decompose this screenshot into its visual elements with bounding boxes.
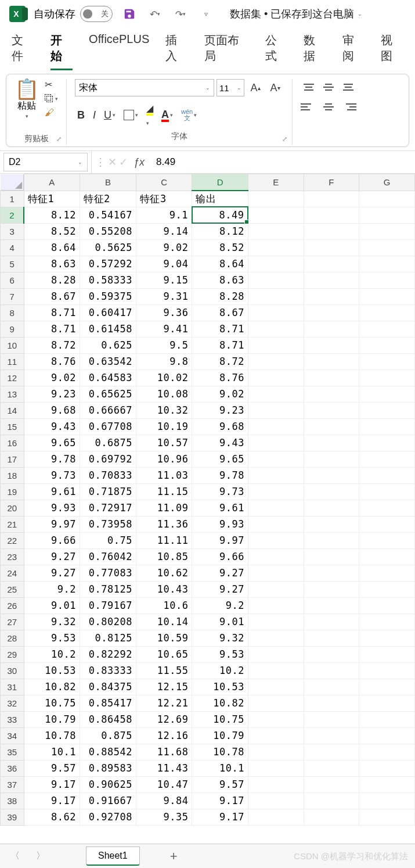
cell[interactable]: 0.64583 (80, 370, 136, 386)
cell[interactable] (359, 597, 415, 614)
cell[interactable] (248, 386, 304, 402)
row-header-21[interactable]: 21 (1, 516, 24, 532)
cell[interactable]: 9.43 (24, 418, 80, 435)
cell[interactable] (248, 256, 304, 272)
cell[interactable]: 输出 (192, 191, 248, 207)
row-header-3[interactable]: 3 (1, 223, 24, 239)
cell[interactable] (304, 614, 359, 630)
cell[interactable] (248, 435, 304, 451)
cell[interactable]: 0.83333 (80, 662, 136, 679)
cell[interactable] (248, 548, 304, 565)
row-header-24[interactable]: 24 (1, 565, 24, 581)
cell[interactable] (304, 288, 359, 304)
cell[interactable]: 特征1 (24, 191, 80, 207)
cell[interactable]: 0.66667 (80, 402, 136, 418)
cell[interactable]: 0.59375 (80, 288, 136, 304)
row-header-14[interactable]: 14 (1, 402, 24, 418)
cell[interactable] (248, 304, 304, 321)
cell[interactable] (248, 597, 304, 614)
cell[interactable] (359, 744, 415, 760)
cell[interactable]: 9.27 (24, 565, 80, 581)
cell[interactable]: 8.52 (192, 239, 248, 256)
cell[interactable] (304, 483, 359, 500)
cell[interactable] (359, 256, 415, 272)
row-header-35[interactable]: 35 (1, 744, 24, 760)
clipboard-launcher[interactable]: ⤢ (56, 135, 62, 143)
row-header-33[interactable]: 33 (1, 711, 24, 727)
row-header-4[interactable]: 4 (1, 239, 24, 256)
cell[interactable]: 10.47 (136, 776, 192, 792)
cell[interactable]: 0.92708 (80, 809, 136, 825)
cell[interactable] (248, 581, 304, 597)
align-top-button[interactable] (301, 79, 317, 95)
increase-font-button[interactable]: A▴ (247, 79, 264, 96)
cell[interactable] (304, 597, 359, 614)
cell[interactable]: 8.62 (24, 809, 80, 825)
cell[interactable]: 9.01 (192, 614, 248, 630)
cell[interactable] (304, 565, 359, 581)
cell[interactable] (248, 223, 304, 239)
cell[interactable]: 8.76 (192, 370, 248, 386)
cell[interactable]: 0.54167 (80, 207, 136, 223)
row-header-26[interactable]: 26 (1, 597, 24, 614)
row-header-31[interactable]: 31 (1, 679, 24, 695)
cell[interactable]: 8.67 (192, 304, 248, 321)
cell[interactable] (304, 191, 359, 207)
cell[interactable]: 9.57 (192, 776, 248, 792)
cell[interactable]: 12.21 (136, 695, 192, 711)
font-color-button[interactable]: A▾ (161, 109, 173, 122)
decrease-font-button[interactable]: A▾ (266, 79, 284, 96)
cell[interactable]: 10.1 (192, 760, 248, 776)
cell[interactable]: 12.15 (136, 679, 192, 695)
cell[interactable]: 9.84 (136, 792, 192, 809)
cell[interactable] (304, 272, 359, 288)
cell[interactable]: 9.65 (24, 435, 80, 451)
tab-页面布局[interactable]: 页面布局 (204, 33, 249, 70)
row-header-10[interactable]: 10 (1, 337, 24, 353)
phonetic-button[interactable]: wén文▾ (181, 109, 197, 121)
italic-button[interactable]: I (93, 109, 96, 121)
cell[interactable]: 8.72 (24, 337, 80, 353)
cell[interactable] (359, 288, 415, 304)
cell[interactable]: 10.32 (136, 402, 192, 418)
cell[interactable] (304, 711, 359, 727)
cell[interactable] (304, 467, 359, 483)
cell[interactable] (359, 304, 415, 321)
cell[interactable]: 10.79 (192, 727, 248, 744)
accept-formula-button[interactable]: ✓ (119, 156, 128, 168)
cell[interactable]: 9.68 (192, 418, 248, 435)
cell[interactable] (359, 727, 415, 744)
cell[interactable]: 9.14 (136, 223, 192, 239)
cell[interactable]: 0.89583 (80, 760, 136, 776)
cell[interactable] (304, 239, 359, 256)
cell[interactable]: 9.2 (24, 581, 80, 597)
cell[interactable] (304, 370, 359, 386)
cell[interactable] (359, 581, 415, 597)
cell[interactable] (359, 516, 415, 532)
cell[interactable]: 12.16 (136, 727, 192, 744)
cell[interactable] (359, 451, 415, 467)
cell[interactable] (359, 370, 415, 386)
row-header-13[interactable]: 13 (1, 386, 24, 402)
sheet-nav-next[interactable]: 〉 (31, 848, 50, 865)
cell[interactable] (304, 321, 359, 337)
cell[interactable] (248, 272, 304, 288)
row-header-28[interactable]: 28 (1, 630, 24, 646)
cell[interactable]: 9.61 (24, 483, 80, 500)
cell[interactable] (359, 646, 415, 662)
cell[interactable]: 0.5625 (80, 239, 136, 256)
cell[interactable]: 0.91667 (80, 792, 136, 809)
cell[interactable] (304, 679, 359, 695)
row-header-27[interactable]: 27 (1, 614, 24, 630)
cell[interactable] (248, 402, 304, 418)
format-painter-button[interactable]: 🖌 (45, 107, 58, 118)
cell[interactable] (304, 809, 359, 825)
cell[interactable]: 9.57 (24, 760, 80, 776)
cell[interactable] (359, 695, 415, 711)
cell[interactable] (359, 565, 415, 581)
row-header-9[interactable]: 9 (1, 321, 24, 337)
cell[interactable]: 9.31 (136, 288, 192, 304)
cell[interactable] (248, 630, 304, 646)
cell[interactable]: 10.75 (192, 711, 248, 727)
cell[interactable] (248, 207, 304, 223)
